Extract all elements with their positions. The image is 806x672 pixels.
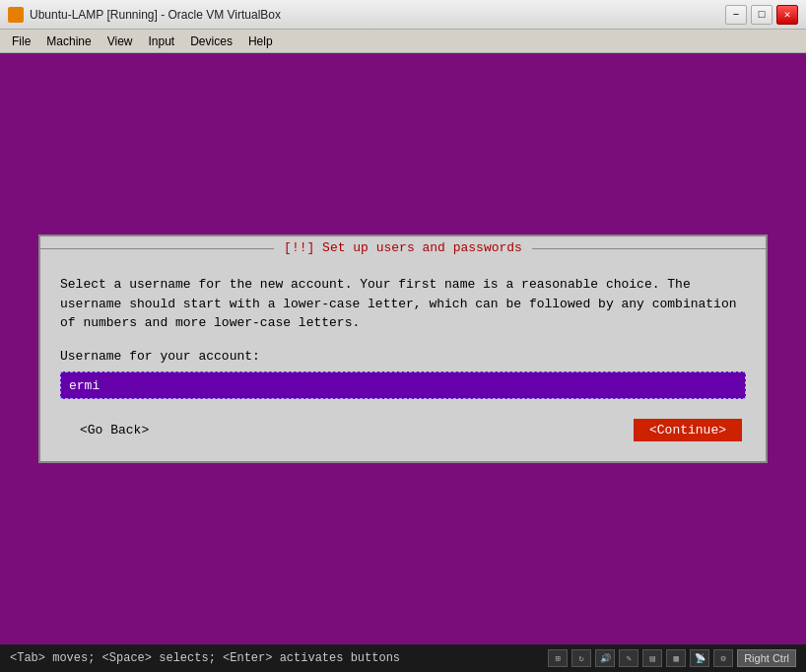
menubar: File Machine View Input Devices Help: [0, 30, 806, 53]
status-icon-1: ⊞: [548, 649, 568, 667]
menu-view[interactable]: View: [100, 33, 141, 50]
close-button[interactable]: ✕: [776, 5, 798, 25]
menu-file[interactable]: File: [4, 33, 38, 50]
titlebar: Ubuntu-LAMP [Running] - Oracle VM Virtua…: [0, 0, 806, 30]
restore-button[interactable]: □: [751, 5, 772, 25]
status-icon-8: ⚙: [713, 649, 733, 667]
window-title: Ubuntu-LAMP [Running] - Oracle VM Virtua…: [30, 8, 725, 22]
window-controls: − □ ✕: [725, 5, 798, 25]
vm-display: [!!] Set up users and passwords Select a…: [0, 53, 806, 644]
status-icon-2: ↻: [571, 649, 591, 667]
statusbar-icons: ⊞ ↻ 🔊 ✎ ▤ ▦ 📡 ⚙ Right Ctrl: [548, 649, 796, 667]
app-icon: [8, 7, 24, 23]
go-back-button[interactable]: <Go Back>: [64, 419, 165, 441]
dialog-buttons: <Go Back> <Continue>: [60, 419, 746, 441]
menu-devices[interactable]: Devices: [182, 33, 240, 50]
username-input-container[interactable]: [60, 371, 746, 399]
username-label: Username for your account:: [60, 349, 746, 364]
menu-help[interactable]: Help: [240, 33, 281, 50]
status-icon-4: ✎: [619, 649, 638, 667]
username-input[interactable]: [69, 378, 737, 393]
status-icon-3: 🔊: [595, 649, 615, 667]
continue-button[interactable]: <Continue>: [634, 419, 742, 441]
status-icon-6: ▦: [666, 649, 686, 667]
menu-input[interactable]: Input: [141, 33, 183, 50]
dialog-description: Select a username for the new account. Y…: [60, 275, 746, 333]
dialog-title: [!!] Set up users and passwords: [274, 240, 532, 255]
dialog-titlebar: [!!] Set up users and passwords: [40, 236, 766, 259]
menu-machine[interactable]: Machine: [38, 33, 99, 50]
setup-dialog: [!!] Set up users and passwords Select a…: [38, 235, 768, 463]
statusbar: <Tab> moves; <Space> selects; <Enter> ac…: [0, 644, 806, 672]
dialog-body: Select a username for the new account. Y…: [40, 259, 766, 461]
status-icon-7: 📡: [690, 649, 709, 667]
status-icon-5: ▤: [642, 649, 662, 667]
statusbar-hint: <Tab> moves; <Space> selects; <Enter> ac…: [10, 651, 548, 665]
right-ctrl-label: Right Ctrl: [737, 649, 796, 667]
minimize-button[interactable]: −: [725, 5, 747, 25]
